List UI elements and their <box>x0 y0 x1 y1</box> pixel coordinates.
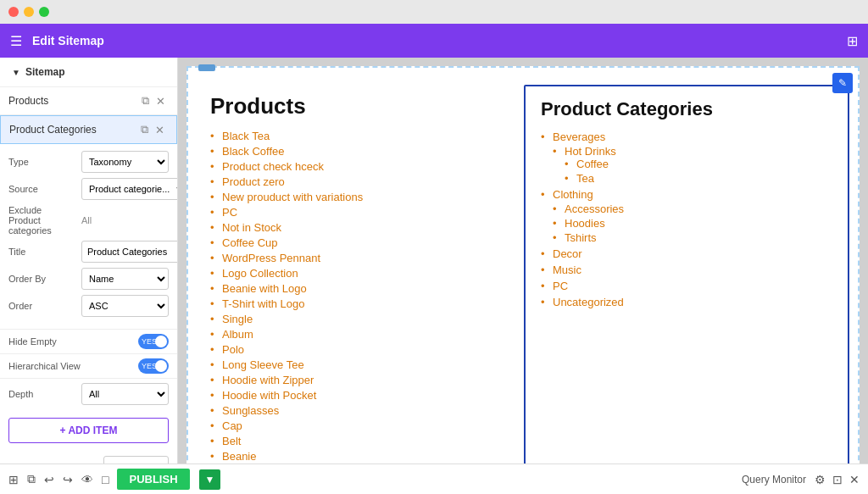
categories-list-item: Decor <box>541 247 832 260</box>
layers-icon[interactable]: ⧉ <box>27 472 36 486</box>
canvas-page: ✎ Products Black TeaBlack CoffeeProduct … <box>186 66 860 463</box>
products-list-item: T-Shirt with Logo <box>210 297 502 310</box>
add-item-btn-label: + ADD ITEM <box>60 425 118 436</box>
grid-icon[interactable]: ⊞ <box>847 33 858 49</box>
source-select[interactable]: Product categorie... <box>81 178 178 200</box>
delete-categories-btn[interactable]: ✕ <box>152 122 168 138</box>
expand-icon[interactable]: ⊡ <box>832 473 843 486</box>
sidebar-item-product-categories[interactable]: Product Categories ⧉ ✕ <box>0 115 177 144</box>
sidebar-title: Sitemap <box>25 66 65 78</box>
depth-select[interactable]: All <box>81 383 169 405</box>
bottom-left: ⊞ ⧉ ↩ ↪ 👁 □ PUBLISH ▼ <box>8 469 220 490</box>
hamburger-icon[interactable]: ☰ <box>10 33 22 49</box>
products-list-item: Album <box>210 328 502 341</box>
titlebar <box>0 0 868 24</box>
query-monitor-label: Query Monitor <box>742 474 806 486</box>
hierarchical-view-label: Hierarchical View <box>8 361 138 371</box>
bottom-right: Query Monitor ⚙ ⊡ ✕ <box>742 473 860 486</box>
delete-products-btn[interactable]: ✕ <box>153 93 169 109</box>
products-list-item: Not in Stock <box>210 221 502 234</box>
add-item-btn[interactable]: + ADD ITEM <box>8 418 169 443</box>
sidebar-item-products[interactable]: Products ⧉ ✕ <box>0 87 177 115</box>
drag-handle[interactable] <box>198 64 215 71</box>
undo-icon[interactable]: ↩ <box>44 473 54 486</box>
settings-icon[interactable]: ⚙ <box>815 473 826 486</box>
sidebar-item-label-product-categories: Product Categories <box>9 124 137 136</box>
close-bottom-icon[interactable]: ✕ <box>849 473 860 486</box>
products-list: Black TeaBlack CoffeeProduct check hceck… <box>210 130 502 463</box>
dot-green[interactable] <box>39 7 49 17</box>
columns-label: Columns <box>8 462 85 463</box>
products-list-item: Hoodie with Pocket <box>210 389 502 402</box>
categories-col: Product Categories BeveragesHot DrinksCo… <box>524 85 849 463</box>
title-input[interactable] <box>81 241 178 263</box>
edit-btn[interactable]: ✎ <box>832 73 853 93</box>
grid-bottom-icon[interactable]: ⊞ <box>8 473 19 486</box>
sidebar: ▼ Sitemap Products ⧉ ✕ Product Categorie… <box>0 58 178 463</box>
publish-btn[interactable]: PUBLISH <box>117 469 189 490</box>
categories-sub-item: Hot DrinksCoffeeTea <box>553 145 832 185</box>
bottom-bar: ⊞ ⧉ ↩ ↪ 👁 □ PUBLISH ▼ Query Monitor ⚙ ⊡ … <box>0 463 868 494</box>
copy-categories-btn[interactable]: ⧉ <box>137 121 152 138</box>
publish-arrow-btn[interactable]: ▼ <box>199 469 221 490</box>
order-by-label: Order By <box>8 274 76 284</box>
categories-subsub-item: Tea <box>565 172 832 185</box>
categories-list-item: Uncategorized <box>541 296 832 308</box>
categories-subsub-item: Coffee <box>565 158 832 170</box>
sidebar-item-label-products: Products <box>8 95 138 107</box>
hide-empty-label: Hide Empty <box>8 336 138 347</box>
hide-empty-row: Hide Empty YES <box>0 329 177 353</box>
categories-heading: Product Categories <box>541 98 832 120</box>
order-select[interactable]: ASC <box>81 295 169 317</box>
type-label: Type <box>8 157 76 167</box>
products-list-item: Cap <box>210 419 502 432</box>
type-select[interactable]: Taxonomy <box>81 151 169 173</box>
products-list-item: New prouduct with variations <box>210 191 502 203</box>
products-col: Products Black TeaBlack CoffeeProduct ch… <box>197 85 515 463</box>
depth-label: Depth <box>8 389 76 399</box>
dot-yellow[interactable] <box>24 7 34 17</box>
products-list-item: Hoodie with Zipper <box>210 374 502 386</box>
products-list-item: Product zero <box>210 175 502 188</box>
source-label: Source <box>8 184 76 194</box>
categories-list-item: PC <box>541 280 832 292</box>
form-section: Type Taxonomy Source Product categorie..… <box>0 144 177 329</box>
copy-products-btn[interactable]: ⧉ <box>138 92 153 109</box>
products-list-item: Beanie <box>210 450 502 463</box>
products-list-item: Polo <box>210 343 502 356</box>
eye-icon[interactable]: 👁 <box>81 473 93 486</box>
redo-icon[interactable]: ↪ <box>63 473 73 486</box>
device-icon[interactable]: □ <box>102 473 108 486</box>
categories-sub-item: Tshirts <box>553 231 832 244</box>
columns-select[interactable]: 4 <box>103 456 169 463</box>
order-label: Order <box>8 301 76 311</box>
products-list-item: WordPress Pennant <box>210 252 502 264</box>
products-list-item: Long Sleeve Tee <box>210 358 502 371</box>
hierarchical-view-toggle[interactable]: YES <box>138 358 169 374</box>
products-list-item: Coffee Cup <box>210 236 502 249</box>
categories-sub-item: Hoodies <box>553 217 832 230</box>
order-by-select[interactable]: Name <box>81 268 169 290</box>
products-list-item: Sunglasses <box>210 404 502 417</box>
categories-list-item: ClothingAccessoriesHoodiesTshirts <box>541 188 832 244</box>
products-heading: Products <box>210 93 502 119</box>
hide-empty-toggle[interactable]: YES <box>138 334 169 349</box>
products-list-item: Single <box>210 313 502 325</box>
canvas-area: ✎ Products Black TeaBlack CoffeeProduct … <box>178 58 868 463</box>
categories-sub-item: Accessories <box>553 203 832 215</box>
dot-red[interactable] <box>8 7 19 17</box>
top-bar: ☰ Edit Sitemap ⊞ <box>0 24 868 58</box>
products-list-item: Belt <box>210 435 502 447</box>
products-section: Products Black TeaBlack CoffeeProduct ch… <box>197 85 849 463</box>
hide-empty-knob <box>155 336 167 347</box>
products-list-item: Product check hceck <box>210 160 502 173</box>
products-list-item: Black Tea <box>210 130 502 142</box>
caret-icon: ▼ <box>12 68 20 77</box>
categories-list-item: BeveragesHot DrinksCoffeeTea <box>541 130 832 185</box>
exclude-value: All <box>81 215 92 225</box>
depth-row: Depth All <box>0 378 177 409</box>
products-list-item: Beanie with Logo <box>210 282 502 295</box>
sidebar-header: ▼ Sitemap <box>0 58 177 87</box>
page-title: Edit Sitemap <box>32 34 104 47</box>
title-label: Title <box>8 247 76 257</box>
